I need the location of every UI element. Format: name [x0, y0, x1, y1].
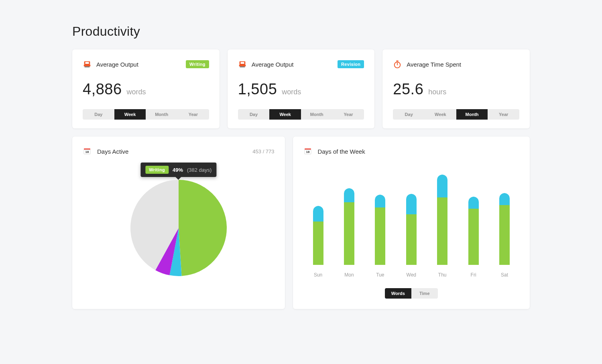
days-active-pie — [126, 176, 231, 282]
tooltip-pct: 49% — [173, 167, 183, 173]
pie-tooltip: Writing 49% (382 days) — [140, 163, 216, 177]
stat-title: Average Output — [252, 61, 294, 68]
days-of-week-bars — [313, 173, 510, 265]
days-of-week-toggle: WordsTime — [385, 288, 438, 299]
time-range-toggle: DayWeekMonthYear — [238, 109, 364, 120]
bar-label-mon: Mon — [344, 272, 354, 278]
bar-label-thu: Thu — [437, 272, 447, 278]
svg-rect-8 — [397, 61, 399, 61]
stat-card-time_spent: Average Time Spent25.6hoursDayWeekMonthY… — [382, 49, 530, 128]
time-range-option-week[interactable]: Week — [114, 109, 146, 120]
svg-rect-2 — [84, 65, 91, 67]
bar-label-fri: Fri — [468, 272, 479, 278]
page-title: Productivity — [72, 24, 530, 39]
svg-rect-3 — [85, 67, 90, 67]
bar-label-sat: Sat — [499, 272, 510, 278]
time-range-option-week[interactable]: Week — [269, 109, 301, 120]
stopwatch-icon — [393, 60, 402, 69]
stat-card-writing_output: Average OutputWriting4,886wordsDayWeekMo… — [72, 49, 220, 128]
stat-badge: Writing — [186, 60, 209, 68]
time-range-option-week[interactable]: Week — [425, 109, 456, 120]
typewriter-icon — [83, 60, 92, 69]
days-active-title: Days Active — [97, 148, 128, 155]
time-range-option-day[interactable]: Day — [83, 109, 114, 120]
time-range-option-year[interactable]: Year — [488, 109, 519, 120]
time-range-toggle: DayWeekMonthYear — [83, 109, 209, 120]
svg-rect-6 — [239, 65, 246, 67]
stat-card-revision_output: Average OutputRevision1,505wordsDayWeekM… — [228, 49, 375, 128]
tooltip-days: (382 days) — [187, 167, 212, 173]
bar-mon[interactable] — [344, 188, 354, 265]
bar-sun[interactable] — [313, 206, 323, 265]
bar-label-tue: Tue — [375, 272, 385, 278]
days-active-card: 18 Days Active 453 / 773 Writing 49% (38… — [72, 136, 285, 309]
stat-title: Average Output — [96, 61, 138, 68]
time-range-option-month[interactable]: Month — [146, 109, 177, 120]
stat-value: 4,886 — [83, 81, 122, 98]
bar-thu[interactable] — [437, 175, 447, 265]
typewriter-icon — [238, 60, 247, 69]
stat-badge: Revision — [338, 60, 364, 68]
days-of-week-card: 18 Days of the Week SunMonTueWedThuFriSa… — [293, 136, 530, 309]
tooltip-badge: Writing — [145, 166, 169, 174]
time-range-option-day[interactable]: Day — [393, 109, 425, 120]
bar-label-wed: Wed — [406, 272, 417, 278]
stats-row: Average OutputWriting4,886wordsDayWeekMo… — [72, 49, 530, 128]
bar-label-sun: Sun — [313, 272, 323, 278]
stat-title: Average Time Spent — [407, 61, 461, 68]
time-range-option-month[interactable]: Month — [301, 109, 333, 120]
svg-text:18: 18 — [85, 150, 89, 154]
stat-unit: words — [282, 88, 301, 96]
bar-sat[interactable] — [499, 193, 510, 265]
bar-tue[interactable] — [375, 195, 385, 265]
dow-toggle-words[interactable]: Words — [385, 288, 411, 299]
svg-rect-1 — [85, 62, 89, 64]
time-range-option-year[interactable]: Year — [177, 109, 209, 120]
charts-row: 18 Days Active 453 / 773 Writing 49% (38… — [72, 136, 530, 309]
stat-value: 1,505 — [238, 81, 277, 98]
days-active-ratio: 453 / 773 — [252, 148, 274, 155]
time-range-option-month[interactable]: Month — [456, 109, 488, 120]
stat-value: 25.6 — [393, 81, 423, 98]
svg-text:18: 18 — [306, 150, 309, 154]
svg-rect-7 — [240, 67, 245, 67]
bar-wed[interactable] — [406, 194, 417, 265]
time-range-option-year[interactable]: Year — [333, 109, 364, 120]
stat-unit: hours — [428, 88, 446, 96]
bar-x-labels: SunMonTueWedThuFriSat — [313, 272, 510, 278]
days-of-week-title: Days of the Week — [318, 148, 365, 155]
calendar-icon: 18 — [83, 147, 92, 156]
pie-slice-writing[interactable] — [179, 180, 227, 276]
time-range-toggle: DayWeekMonthYear — [393, 109, 519, 120]
bar-fri[interactable] — [468, 197, 479, 265]
svg-rect-5 — [240, 62, 244, 64]
dow-toggle-time[interactable]: Time — [411, 288, 438, 299]
time-range-option-day[interactable]: Day — [238, 109, 270, 120]
stat-unit: words — [127, 88, 146, 96]
calendar-icon: 18 — [303, 147, 312, 156]
